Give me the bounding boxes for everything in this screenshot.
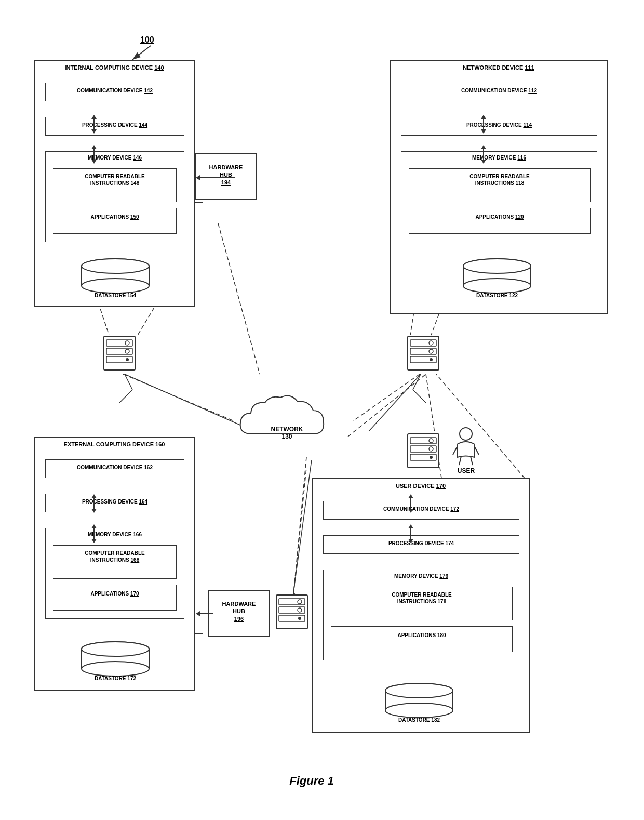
- proc-device-144: PROCESSING DEVICE 144: [45, 117, 184, 136]
- cri-118: COMPUTER READABLEINSTRUCTIONS 118: [409, 168, 591, 202]
- comm-device-112-label: COMMUNICATION DEVICE 112: [401, 83, 597, 96]
- datastore-122: DATASTORE 122: [458, 258, 536, 298]
- cri-168-label: COMPUTER READABLEINSTRUCTIONS 168: [53, 546, 176, 564]
- apps-170: APPLICATIONS 170: [53, 585, 177, 611]
- comm-device-142: COMMUNICATION DEVICE 142: [45, 83, 184, 101]
- server-icon-bottom: [274, 592, 315, 639]
- apps-150-label: APPLICATIONS 150: [53, 208, 176, 221]
- svg-point-76: [429, 349, 433, 353]
- svg-line-48: [413, 390, 426, 403]
- svg-line-43: [125, 374, 254, 431]
- hardware-hub-196-label: HARDWAREHUB196: [209, 591, 269, 624]
- user-device-box: USER DEVICE 170 COMMUNICATION DEVICE 172…: [312, 478, 530, 733]
- proc-device-164-label: PROCESSING DEVICE 164: [46, 494, 184, 507]
- svg-line-46: [369, 374, 421, 431]
- svg-line-95: [459, 456, 461, 465]
- memory-device-176: MEMORY DEVICE 176 COMPUTER READABLEINSTR…: [323, 570, 519, 660]
- apps-150: APPLICATIONS 150: [53, 208, 177, 234]
- arrow-proc-mem-networked: [481, 145, 486, 164]
- user-figure: USER: [452, 426, 480, 474]
- cri-178: COMPUTER READABLEINSTRUCTIONS 178: [331, 587, 513, 620]
- hardware-hub-194-label: HARDWAREHUB194: [196, 154, 256, 187]
- svg-point-77: [430, 358, 433, 361]
- user-label: USER: [452, 467, 480, 474]
- networked-device-label: NETWORKED DEVICE 111: [391, 61, 607, 73]
- arrow-hub194-to-internal: [196, 175, 235, 180]
- svg-point-75: [429, 341, 433, 345]
- comm-device-172-label: COMMUNICATION DEVICE 172: [324, 501, 519, 514]
- svg-line-96: [471, 456, 473, 465]
- internal-computing-device-label: INTERNAL COMPUTING DEVICE 140: [35, 61, 194, 73]
- cri-148: COMPUTER READABLEINSTRUCTIONS 148: [53, 168, 177, 202]
- svg-line-37: [436, 374, 525, 478]
- memory-device-166-label: MEMORY DEVICE 166: [46, 528, 184, 539]
- apps-180-label: APPLICATIONS 180: [331, 627, 512, 640]
- svg-point-82: [298, 600, 302, 604]
- svg-line-42: [348, 374, 426, 437]
- arrow-comm-proc-external: [91, 494, 97, 513]
- svg-line-94: [475, 447, 479, 455]
- arrow-comm-proc-networked: [481, 115, 486, 134]
- arrow-proc-mem-user: [408, 524, 413, 543]
- svg-point-63: [463, 259, 531, 273]
- comm-device-162-label: COMMUNICATION DEVICE 162: [46, 460, 184, 473]
- svg-line-32: [218, 223, 260, 374]
- svg-line-49: [293, 460, 312, 592]
- datastore-172: DATASTORE 172: [76, 641, 154, 681]
- server-icon-left: [101, 334, 143, 380]
- svg-line-35: [353, 374, 420, 421]
- svg-line-2: [132, 46, 151, 60]
- svg-line-45: [119, 390, 132, 403]
- internal-computing-device-box: INTERNAL COMPUTING DEVICE 140 COMMUNICAT…: [34, 60, 195, 307]
- arrow-proc-mem-internal: [91, 145, 97, 164]
- svg-line-40: [293, 468, 306, 595]
- comm-device-162: COMMUNICATION DEVICE 162: [45, 459, 184, 478]
- external-computing-device-label: EXTERNAL COMPUTING DEVICE 160: [35, 438, 194, 450]
- arrow-comm-proc-user: [408, 494, 413, 513]
- svg-point-90: [429, 447, 433, 451]
- memory-device-116: MEMORY DEVICE 116 COMPUTER READABLEINSTR…: [401, 151, 597, 242]
- svg-point-83: [298, 608, 302, 612]
- ref-100-label: 100: [140, 35, 154, 45]
- user-server-icon: [405, 431, 447, 478]
- svg-point-92: [460, 428, 472, 440]
- datastore-182: DATASTORE 182: [380, 683, 458, 723]
- arrow-comm-proc-internal: [91, 115, 97, 134]
- comm-device-142-label: COMMUNICATION DEVICE 142: [46, 83, 184, 96]
- svg-point-91: [430, 456, 433, 459]
- external-computing-device-box: EXTERNAL COMPUTING DEVICE 160 COMMUNICAT…: [34, 437, 195, 691]
- apps-170-label: APPLICATIONS 170: [53, 585, 176, 598]
- arrow-hub196-to-external: [196, 611, 213, 616]
- proc-device-114-label: PROCESSING DEVICE 114: [401, 117, 597, 130]
- user-device-label: USER DEVICE 170: [313, 479, 529, 492]
- memory-device-166: MEMORY DEVICE 166 COMPUTER READABLEINSTR…: [45, 528, 184, 619]
- server-icon-right: [405, 334, 447, 380]
- memory-device-146-label: MEMORY DEVICE 146: [46, 152, 184, 163]
- cri-148-label: COMPUTER READABLEINSTRUCTIONS 148: [53, 169, 176, 188]
- hardware-hub-196-box: HARDWAREHUB196: [208, 590, 270, 637]
- proc-device-114: PROCESSING DEVICE 114: [401, 117, 597, 136]
- apps-180: APPLICATIONS 180: [331, 626, 513, 652]
- proc-device-174-label: PROCESSING DEVICE 174: [324, 536, 519, 549]
- svg-point-89: [429, 439, 433, 443]
- apps-120-label: APPLICATIONS 120: [409, 208, 590, 221]
- networked-device-box: NETWORKED DEVICE 111 COMMUNICATION DEVIC…: [390, 60, 608, 314]
- proc-device-144-label: PROCESSING DEVICE 144: [46, 117, 184, 130]
- apps-120: APPLICATIONS 120: [409, 208, 591, 234]
- svg-point-84: [298, 617, 301, 620]
- proc-device-164: PROCESSING DEVICE 164: [45, 494, 184, 512]
- svg-line-31: [123, 374, 234, 421]
- svg-point-69: [125, 349, 129, 353]
- memory-device-116-label: MEMORY DEVICE 116: [401, 152, 597, 163]
- arrow-proc-mem-external: [91, 524, 97, 543]
- comm-device-172: COMMUNICATION DEVICE 172: [323, 501, 519, 520]
- datastore-154: DATASTORE 154: [76, 258, 154, 298]
- svg-line-93: [453, 447, 457, 455]
- network-cloud: NETWORK130: [236, 392, 330, 440]
- svg-point-62: [463, 279, 531, 293]
- svg-point-70: [126, 358, 129, 361]
- svg-point-108: [385, 683, 453, 698]
- comm-device-112: COMMUNICATION DEVICE 112: [401, 83, 597, 101]
- svg-point-102: [82, 642, 149, 656]
- cri-178-label: COMPUTER READABLEINSTRUCTIONS 178: [331, 587, 512, 606]
